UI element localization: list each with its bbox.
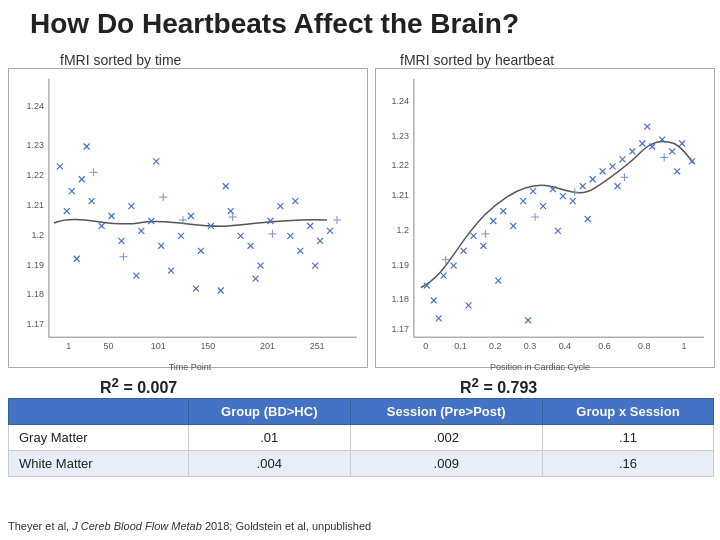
citation: Theyer et al, J Cereb Blood Flow Metab 2… bbox=[8, 520, 371, 532]
x-axis-label-left: Time Point bbox=[130, 362, 250, 372]
right-chart-subtitle: fMRI sorted by heartbeat bbox=[400, 52, 554, 68]
svg-text:1.19: 1.19 bbox=[27, 260, 44, 270]
row-label-gray: Gray Matter bbox=[9, 425, 189, 451]
svg-text:0.3: 0.3 bbox=[524, 341, 536, 351]
cell-white-group: .004 bbox=[189, 451, 351, 477]
svg-text:201: 201 bbox=[260, 341, 275, 351]
svg-text:1.22: 1.22 bbox=[27, 170, 44, 180]
svg-text:1.22: 1.22 bbox=[392, 160, 409, 170]
svg-text:1.24: 1.24 bbox=[392, 96, 409, 106]
svg-text:150: 150 bbox=[200, 341, 215, 351]
svg-text:1.2: 1.2 bbox=[396, 225, 408, 235]
table-header-empty bbox=[9, 399, 189, 425]
svg-text:1.17: 1.17 bbox=[27, 319, 44, 329]
svg-text:1.21: 1.21 bbox=[27, 200, 44, 210]
cell-gray-group: .01 bbox=[189, 425, 351, 451]
table-row: Gray Matter .01 .002 .11 bbox=[9, 425, 714, 451]
svg-text:0.2: 0.2 bbox=[489, 341, 501, 351]
left-chart-subtitle: fMRI sorted by time bbox=[60, 52, 181, 68]
svg-text:0.8: 0.8 bbox=[638, 341, 650, 351]
table-header-group: Group (BD>HC) bbox=[189, 399, 351, 425]
svg-text:0.4: 0.4 bbox=[559, 341, 571, 351]
svg-text:1.18: 1.18 bbox=[392, 294, 409, 304]
cell-white-session: .009 bbox=[350, 451, 542, 477]
table-header-gxs: Group x Session bbox=[542, 399, 713, 425]
r2-right: R2 = 0.793 bbox=[460, 375, 537, 397]
svg-text:1.23: 1.23 bbox=[392, 131, 409, 141]
svg-text:0: 0 bbox=[423, 341, 428, 351]
right-chart: 1.24 1.23 1.22 1.21 1.2 1.19 1.18 1.17 0… bbox=[375, 68, 715, 368]
svg-text:251: 251 bbox=[310, 341, 325, 351]
svg-text:1: 1 bbox=[66, 341, 71, 351]
x-axis-label-right: Position in Cardiac Cycle bbox=[460, 362, 620, 372]
svg-text:1.18: 1.18 bbox=[27, 289, 44, 299]
svg-text:0.6: 0.6 bbox=[598, 341, 610, 351]
r2-left: R2 = 0.007 bbox=[100, 375, 177, 397]
svg-text:50: 50 bbox=[104, 341, 114, 351]
svg-text:1.19: 1.19 bbox=[392, 260, 409, 270]
results-table: Group (BD>HC) Session (Pre>Post) Group x… bbox=[8, 398, 714, 477]
table-header-session: Session (Pre>Post) bbox=[350, 399, 542, 425]
svg-text:1: 1 bbox=[682, 341, 687, 351]
svg-text:1.2: 1.2 bbox=[32, 230, 44, 240]
svg-text:0.1: 0.1 bbox=[454, 341, 466, 351]
cell-gray-session: .002 bbox=[350, 425, 542, 451]
svg-text:1.17: 1.17 bbox=[392, 324, 409, 334]
page-title: How Do Heartbeats Affect the Brain? bbox=[30, 8, 519, 40]
svg-text:1.21: 1.21 bbox=[392, 190, 409, 200]
row-label-white: White Matter bbox=[9, 451, 189, 477]
svg-text:1.24: 1.24 bbox=[27, 101, 44, 111]
table-row: White Matter .004 .009 .16 bbox=[9, 451, 714, 477]
svg-text:101: 101 bbox=[151, 341, 166, 351]
left-chart: 1.24 1.23 1.22 1.21 1.2 1.19 1.18 1.17 1… bbox=[8, 68, 368, 368]
cell-white-gxs: .16 bbox=[542, 451, 713, 477]
svg-text:1.23: 1.23 bbox=[27, 140, 44, 150]
cell-gray-gxs: .11 bbox=[542, 425, 713, 451]
